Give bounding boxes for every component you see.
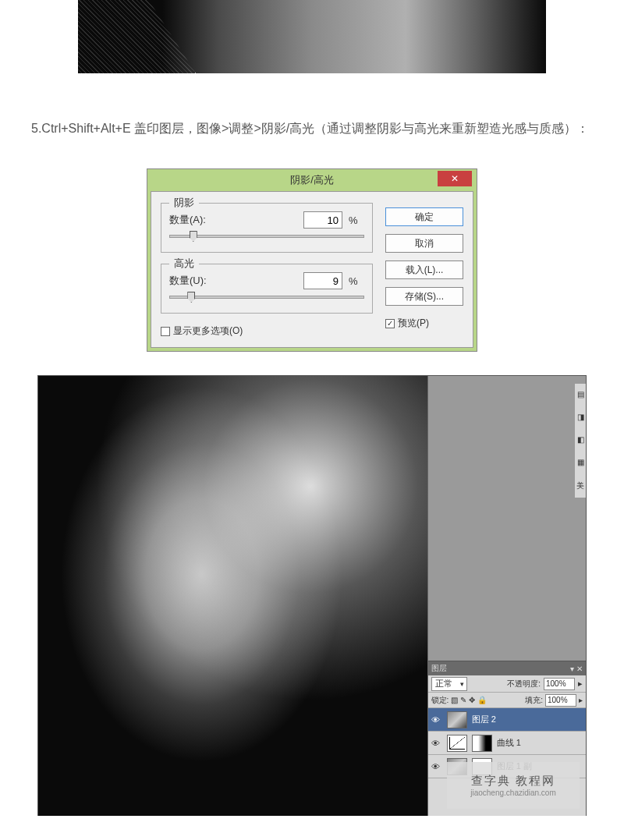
visibility-icon[interactable]: 👁 [431,762,442,771]
show-more-checkbox[interactable] [161,327,170,336]
highlight-slider[interactable] [169,296,364,299]
panel-label[interactable]: 美 [576,480,584,491]
fill-label: 填充: [525,695,543,706]
opacity-label: 不透明度: [507,679,541,689]
layer-item-layer2[interactable]: 👁 图层 2 [428,708,586,732]
slider-thumb[interactable] [190,231,197,242]
slider-thumb[interactable] [187,292,195,303]
watermark-url: jiaocheng.chazidian.com [470,789,556,797]
dialog-titlebar: 阴影/高光 ✕ [147,169,477,191]
show-more-label: 显示更多选项(O) [173,324,243,338]
photoshop-screenshot: ▤ ◨ ◧ ▦ 美 图层 ▾ ✕ 正常 不透明度: 100% ▸ 锁定: [37,375,587,816]
visibility-icon[interactable]: 👁 [431,715,442,725]
shadow-fieldset: 阴影 数量(A): % [161,203,373,253]
cropped-portrait-image [78,0,546,73]
layer-thumbnail [447,711,467,728]
step-5-text: 5.Ctrl+Shift+Alt+E 盖印图层，图像>调整>阴影/高光（通过调整… [31,116,593,141]
percent-label-2: % [349,275,364,287]
fill-arrow-icon[interactable]: ▸ [579,696,583,704]
amount-u-label: 数量(U): [169,274,216,288]
opacity-field[interactable]: 100% [544,678,575,690]
shadow-slider[interactable] [169,235,364,238]
watermark-title: 查字典 教程网 [471,774,555,789]
collapsed-panel-strip: ▤ ◨ ◧ ▦ 美 [575,384,586,498]
layers-tab[interactable]: 图层 [431,663,447,674]
dialog-close-button[interactable]: ✕ [438,171,472,186]
panel-icon[interactable]: ◨ [577,413,584,421]
mask-thumbnail [472,735,492,752]
layer-name: 图层 2 [472,714,496,725]
amount-a-input[interactable] [303,211,342,229]
lock-label: 锁定: [431,695,449,706]
shadow-highlight-dialog: 阴影/高光 ✕ 阴影 数量(A): % [147,168,477,352]
layer-item-curve1[interactable]: 👁 曲线 1 [428,732,586,755]
close-icon: ✕ [451,173,459,184]
watermark: 查字典 教程网 jiaocheng.chazidian.com [447,762,580,809]
amount-a-label: 数量(A): [169,213,216,227]
cancel-button[interactable]: 取消 [385,234,463,253]
panel-icon[interactable]: ▦ [577,458,584,466]
blend-mode-dropdown[interactable]: 正常 [431,677,467,691]
highlight-legend: 高光 [169,257,199,271]
save-button[interactable]: 存储(S)... [385,287,463,306]
opacity-arrow-icon[interactable]: ▸ [578,679,583,689]
panel-icon[interactable]: ◧ [577,435,584,444]
adjustment-thumbnail [447,735,467,752]
lock-position-icon[interactable]: ✥ [469,696,475,704]
portrait-canvas [38,376,427,816]
highlight-fieldset: 高光 数量(U): % [161,264,373,314]
lock-pixels-icon[interactable]: ✎ [460,696,466,704]
load-button[interactable]: 载入(L)... [385,261,463,279]
amount-u-input[interactable] [303,272,342,289]
ok-button[interactable]: 确定 [385,207,463,226]
percent-label: % [349,214,364,226]
shadow-legend: 阴影 [169,196,199,210]
panel-menu-icon[interactable]: ▾ ✕ [570,665,583,673]
layer-name: 曲线 1 [497,737,521,749]
visibility-icon[interactable]: 👁 [431,739,442,748]
panel-icon[interactable]: ▤ [577,390,584,399]
lock-all-icon[interactable]: 🔒 [477,696,487,704]
dialog-title-text: 阴影/高光 [290,173,334,187]
lock-transparent-icon[interactable]: ▧ [451,696,458,704]
photoshop-right-panel: ▤ ◨ ◧ ▦ 美 图层 ▾ ✕ 正常 不透明度: 100% ▸ 锁定: [427,376,586,816]
fill-field[interactable]: 100% [545,694,576,707]
preview-label: 预览(P) [398,317,429,330]
preview-checkbox[interactable]: ✓ [385,319,395,328]
